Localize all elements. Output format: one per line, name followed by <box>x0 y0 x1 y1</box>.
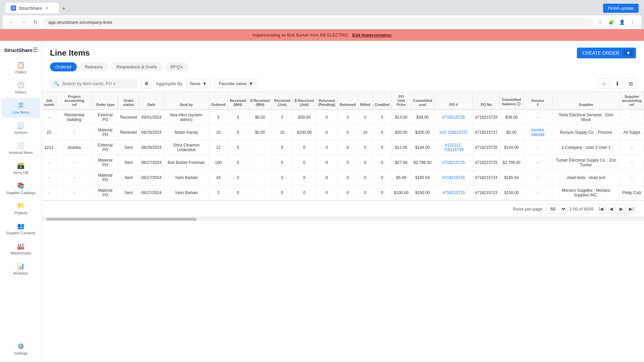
tab-rfqs[interactable]: RFQ's <box>165 62 188 71</box>
main-content: Line Items CREATE ORDER ▼ Ordered Releas… <box>42 41 644 362</box>
menu-button[interactable]: ⋮ <box>628 17 637 27</box>
filter-button[interactable]: ⚙ <box>141 78 152 89</box>
table-cell: 12 <box>209 140 228 155</box>
table-cell: #718215724 <box>473 170 500 185</box>
profile-button[interactable]: 👤 <box>617 17 627 27</box>
table-cell: $150.00 <box>500 185 523 200</box>
finish-update-button[interactable]: Finish update <box>603 4 639 13</box>
hamburger-icon[interactable]: ☰ <box>33 46 38 54</box>
tab-close-button[interactable]: ✕ <box>45 5 50 11</box>
sidebar-item-line-items-label: Line Items <box>12 110 30 114</box>
table-cell: Sent <box>118 140 139 155</box>
table-cell: 1-Company : User 2 User 1 <box>552 140 620 155</box>
table-cell: 09/01/2024 <box>139 110 164 125</box>
export-button[interactable]: ⬇ <box>612 78 623 89</box>
table-cell: - <box>523 140 552 155</box>
new-tab-button[interactable]: + <box>59 4 68 13</box>
prev-page-button[interactable]: ◀ <box>606 204 616 214</box>
table-cell: 10 <box>209 125 228 140</box>
favorite-views-select[interactable]: Favorite views ▼ <box>215 79 258 88</box>
table-cell: 0 <box>358 140 372 155</box>
table-cell: 0 <box>272 140 292 155</box>
col-committed-balance: Committedbalance ⓘ <box>500 92 523 110</box>
sidebar-item-supplier-contacts[interactable]: 👥 Supplier Contacts <box>1 219 40 238</box>
table-cell: 0 <box>228 155 248 170</box>
table-cell[interactable]: #718215724 <box>434 170 473 185</box>
sidebar-item-invoices-label: Invoices <box>14 130 28 134</box>
extensions-button[interactable]: 🧩 <box>606 17 616 27</box>
bookmark-button[interactable]: ☆ <box>596 17 605 27</box>
table-cell: #718215727 <box>473 125 500 140</box>
columns-button[interactable]: ⊞ <box>625 78 636 89</box>
table-cell: 0 <box>337 170 358 185</box>
sidebar-item-line-items[interactable]: ☰ Line Items <box>1 98 40 118</box>
table-cell: - <box>523 185 552 200</box>
table-cell: $39.00 <box>411 110 434 125</box>
sidebar-item-orders[interactable]: 📋 Orders <box>1 58 40 77</box>
line-items-icon: ☰ <box>18 102 23 109</box>
table-cell: $150.00 <box>411 185 434 200</box>
horizontal-scrollbar[interactable] <box>42 217 644 221</box>
sidebar-item-items-db[interactable]: 🗃️ Items DB <box>1 159 40 178</box>
table-cell: 0 <box>372 155 392 170</box>
tab-title: StructShare <box>19 6 42 11</box>
table-cell[interactable]: #718215725 <box>434 155 473 170</box>
table-cell: $185.54 <box>500 170 523 185</box>
back-button[interactable]: ← <box>7 17 16 27</box>
app-wrapper: Impersonating as Bob Barker from BB ELEC… <box>0 29 644 362</box>
last-page-button[interactable]: ▶| <box>627 204 636 214</box>
sidebar-item-invoices[interactable]: 🧾 Invoices <box>1 118 40 138</box>
table-cell[interactable]: #121212-718215726 <box>434 140 473 155</box>
table-cell: $0.00 <box>500 125 523 140</box>
search-box: 🔍 <box>50 79 137 88</box>
sidebar-item-invoiced-items[interactable]: 📄 Invoiced Items <box>1 138 40 158</box>
table-cell: $39.00 <box>500 110 523 125</box>
sidebar-item-settings[interactable]: ⚙️ Settings <box>1 339 40 359</box>
tab-releases[interactable]: Releases <box>79 62 108 71</box>
col-date: Date <box>139 92 164 110</box>
table-row: --Material POSent08/27/2024Bob Barker Fo… <box>42 155 644 170</box>
favorite-views-dropdown-icon: ▼ <box>249 81 253 86</box>
tab-ordered[interactable]: Ordered <box>50 62 77 71</box>
table-cell: 100 <box>209 155 228 170</box>
first-page-button[interactable]: |◀ <box>596 204 606 214</box>
tab-requisitions-drafts[interactable]: Requisitions & Drafts <box>111 62 162 71</box>
rows-per-page-select[interactable]: 50 100 200 <box>546 204 567 214</box>
table-cell: $100.00 <box>392 185 411 200</box>
history-icon: 🕐 <box>17 81 24 89</box>
create-order-button[interactable]: CREATE ORDER ▼ <box>577 48 636 58</box>
table-cell: $0.00 <box>248 125 272 140</box>
invoiced-items-icon: 📄 <box>17 142 24 149</box>
table-cell[interactable]: #718215728 <box>434 110 473 125</box>
star-button[interactable]: ☆ <box>598 78 609 89</box>
table-cell: ohad tests : ohad test <box>552 170 620 185</box>
table-cell: dsadsa <box>56 140 92 155</box>
browser-tab[interactable]: S StructShare ✕ <box>5 3 59 13</box>
sidebar-item-history[interactable]: 🕐 History <box>1 78 40 98</box>
sidebar-item-warehouses[interactable]: 🏭 Warehouses <box>1 239 40 258</box>
address-input[interactable] <box>43 18 593 27</box>
sidebar-item-analytics[interactable]: 📊 Analytics <box>1 259 40 279</box>
table-cell: $200.00 <box>292 125 316 140</box>
table-cell[interactable]: #718215723 <box>434 185 473 200</box>
forward-button[interactable]: → <box>19 17 28 27</box>
scroll-thumb <box>46 218 197 221</box>
reload-button[interactable]: ↻ <box>31 17 40 27</box>
next-page-button[interactable]: ▶ <box>616 204 626 214</box>
exit-impersonation-link[interactable]: Exit Impersonation <box>352 33 391 38</box>
aggregate-value: None <box>190 81 201 86</box>
table-cell[interactable]: #22-718215727 <box>434 125 473 140</box>
table-cell[interactable]: Invoice 346349 <box>523 125 552 140</box>
col-returned-pending: Returned(Pending) <box>316 92 337 110</box>
sidebar-item-projects[interactable]: 📁 Projects <box>1 199 40 218</box>
col-committed-cost: Committedcost <box>411 92 434 110</box>
sidebar-header: StructShare ☰ <box>0 44 42 58</box>
table-cell: 0 <box>316 140 337 155</box>
aggregate-select[interactable]: None ▼ <box>186 79 211 88</box>
sidebar-item-supplier-catalogs[interactable]: 📚 Supplier Catalogs <box>1 179 40 198</box>
create-order-dropdown-arrow[interactable]: ▼ <box>623 50 633 56</box>
col-supplier-accounting-ref: Supplieraccountingref <box>620 92 644 110</box>
table-cell: 0 <box>228 125 248 140</box>
table-cell <box>248 185 272 200</box>
search-input[interactable] <box>62 81 133 86</box>
